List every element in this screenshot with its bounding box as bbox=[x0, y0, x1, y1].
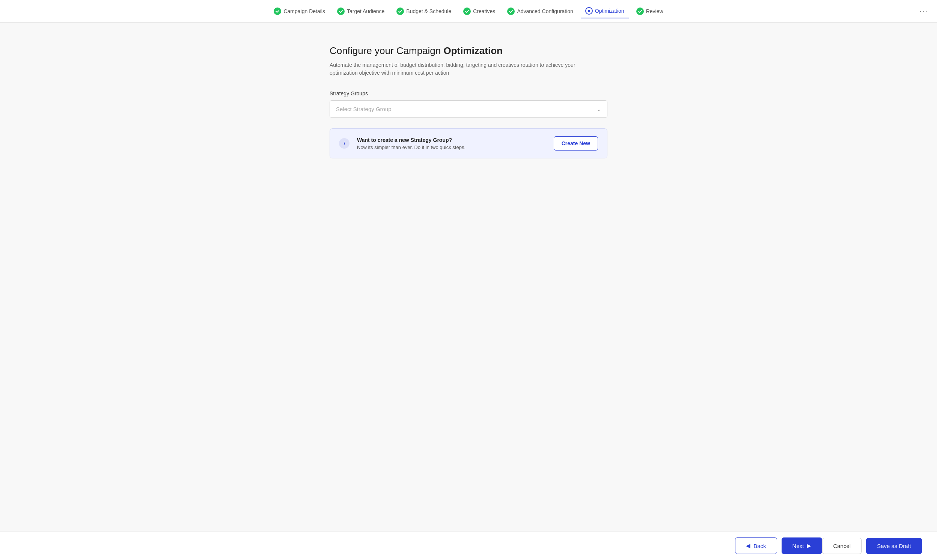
page-subtitle: Automate the management of budget distri… bbox=[329, 61, 585, 77]
top-navigation: Campaign Details Target Audience Budget … bbox=[0, 0, 937, 23]
step-label-campaign-details: Campaign Details bbox=[283, 8, 325, 14]
nav-step-target-audience[interactable]: Target Audience bbox=[332, 5, 389, 18]
completed-icon bbox=[463, 8, 471, 15]
info-icon: i bbox=[339, 138, 349, 149]
back-button[interactable]: ◀ Back bbox=[735, 537, 777, 554]
nav-step-budget-schedule[interactable]: Budget & Schedule bbox=[392, 5, 456, 18]
completed-icon bbox=[337, 8, 345, 15]
completed-icon bbox=[636, 8, 644, 15]
page-title-prefix: Configure your Campaign bbox=[329, 45, 444, 56]
next-label: Next bbox=[792, 543, 804, 549]
more-options-button[interactable]: ··· bbox=[919, 7, 928, 15]
strategy-group-dropdown[interactable]: Select Strategy Group ⌄ bbox=[329, 100, 608, 118]
back-label: Back bbox=[754, 543, 766, 549]
info-box-description: Now its simpler than ever. Do it in two … bbox=[357, 145, 546, 150]
step-label-optimization: Optimization bbox=[595, 8, 624, 14]
completed-icon bbox=[507, 8, 515, 15]
nav-step-advanced-configuration[interactable]: Advanced Configuration bbox=[503, 5, 577, 18]
info-icon-label: i bbox=[343, 141, 345, 146]
cancel-button[interactable]: Cancel bbox=[822, 538, 862, 554]
strategy-groups-label: Strategy Groups bbox=[329, 91, 608, 97]
step-label-creatives: Creatives bbox=[473, 8, 495, 14]
nav-steps: Campaign Details Target Audience Budget … bbox=[9, 4, 928, 18]
chevron-down-icon: ⌄ bbox=[597, 106, 601, 112]
svg-point-0 bbox=[588, 10, 590, 12]
save-draft-button[interactable]: Save as Draft bbox=[866, 538, 922, 554]
next-arrow-icon: ▶ bbox=[807, 542, 811, 549]
nav-step-review[interactable]: Review bbox=[632, 5, 668, 18]
info-box-title: Want to create a new Strategy Group? bbox=[357, 137, 546, 143]
step-label-target-audience: Target Audience bbox=[347, 8, 385, 14]
create-new-button[interactable]: Create New bbox=[554, 136, 598, 151]
step-label-budget-schedule: Budget & Schedule bbox=[406, 8, 451, 14]
strategy-dropdown-placeholder: Select Strategy Group bbox=[336, 106, 392, 112]
back-arrow-icon: ◀ bbox=[746, 542, 751, 549]
page-title-bold: Optimization bbox=[444, 45, 503, 56]
nav-step-campaign-details[interactable]: Campaign Details bbox=[269, 5, 329, 18]
bottom-bar: ◀ Back Next ▶ Cancel Save as Draft bbox=[0, 531, 937, 560]
next-button[interactable]: Next ▶ bbox=[782, 537, 823, 554]
completed-icon bbox=[396, 8, 404, 15]
step-label-review: Review bbox=[646, 8, 663, 14]
action-buttons: Cancel Save as Draft bbox=[822, 538, 922, 554]
step-label-advanced-configuration: Advanced Configuration bbox=[517, 8, 573, 14]
nav-step-creatives[interactable]: Creatives bbox=[459, 5, 500, 18]
completed-icon bbox=[274, 8, 281, 15]
page-title: Configure your Campaign Optimization bbox=[329, 45, 608, 57]
create-strategy-info-box: i Want to create a new Strategy Group? N… bbox=[329, 128, 608, 158]
active-step-icon bbox=[585, 7, 593, 15]
main-content: Configure your Campaign Optimization Aut… bbox=[300, 23, 637, 560]
info-box-text: Want to create a new Strategy Group? Now… bbox=[357, 137, 546, 150]
nav-step-optimization[interactable]: Optimization bbox=[581, 4, 629, 18]
nav-buttons: ◀ Back Next ▶ bbox=[735, 537, 822, 554]
